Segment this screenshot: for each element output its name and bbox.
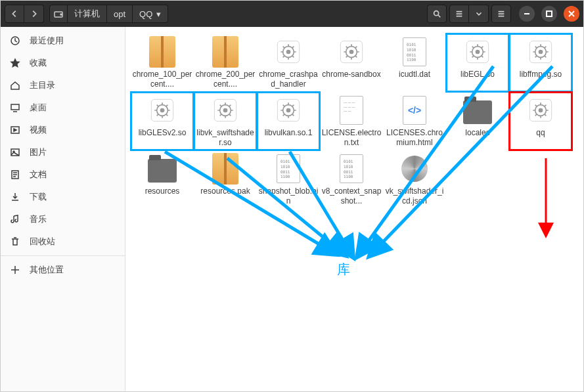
file-label: chrome-sandbox bbox=[322, 70, 380, 79]
file-label: libvk_swiftshader.so bbox=[195, 128, 256, 148]
file-item[interactable]: libEGL.so bbox=[446, 33, 509, 92]
file-item[interactable]: libvulkan.so.1 bbox=[257, 92, 320, 150]
file-item[interactable]: 0101101000111100v8_context_snapshot... bbox=[320, 150, 383, 209]
svg-point-27 bbox=[223, 108, 228, 113]
sidebar-item-doc[interactable]: 文档 bbox=[1, 163, 125, 186]
sidebar-item-label: 最近使用 bbox=[30, 35, 64, 47]
sidebar-item-label: 文档 bbox=[30, 169, 47, 181]
sidebar-item-label: 回收站 bbox=[30, 236, 55, 248]
sidebar-item-trash[interactable]: 回收站 bbox=[1, 230, 125, 253]
breadcrumb-qq-label: QQ bbox=[139, 9, 152, 19]
body: 最近使用收藏主目录桌面视频图片文档下载音乐回收站 其他位置 chrome_100… bbox=[1, 27, 583, 391]
file-label: chrome_crashpad_handler bbox=[258, 70, 319, 89]
sidebar-item-desktop[interactable]: 桌面 bbox=[1, 97, 125, 119]
file-label: libvulkan.so.1 bbox=[265, 128, 313, 138]
sidebar-item-label: 下载 bbox=[30, 191, 47, 203]
file-swirl-icon bbox=[399, 153, 430, 185]
file-label: locales bbox=[465, 128, 489, 138]
file-label: chrome_200_percent.... bbox=[195, 70, 256, 89]
file-gear-icon bbox=[336, 36, 367, 68]
forward-button[interactable] bbox=[24, 5, 44, 23]
view-list-button[interactable] bbox=[449, 5, 469, 23]
disk-icon bbox=[49, 5, 68, 23]
maximize-button[interactable] bbox=[541, 6, 557, 22]
file-label: resources.pak bbox=[200, 186, 250, 196]
file-item[interactable]: libffmpeg.so bbox=[509, 33, 572, 92]
svg-point-15 bbox=[349, 50, 354, 54]
file-item[interactable]: chrome_crashpad_handler bbox=[257, 33, 320, 92]
file-item[interactable]: — — —— — —— —LICENSE.electron.txt bbox=[320, 92, 383, 150]
svg-point-24 bbox=[160, 108, 165, 113]
minimize-button[interactable] bbox=[519, 6, 535, 22]
plus-icon bbox=[10, 265, 20, 275]
file-bin-icon: 0101101000111100 bbox=[399, 36, 430, 68]
file-item[interactable]: 0101101000111100snapshot_blob.bin bbox=[257, 150, 320, 209]
file-item[interactable]: resources bbox=[131, 150, 194, 209]
close-button[interactable] bbox=[564, 6, 579, 22]
search-button[interactable] bbox=[427, 5, 447, 23]
file-item[interactable]: chrome-sandbox bbox=[320, 33, 383, 92]
file-label: LICENSE.electron.txt bbox=[321, 128, 382, 148]
sidebar-item-home[interactable]: 主目录 bbox=[1, 74, 125, 97]
sidebar-item-label: 图片 bbox=[30, 146, 47, 158]
video-icon bbox=[10, 125, 20, 135]
file-gear-icon bbox=[273, 36, 304, 68]
annotation-library-label: 库 bbox=[337, 261, 350, 278]
svg-point-18 bbox=[476, 50, 480, 54]
file-item[interactable]: chrome_100_percent.... bbox=[131, 33, 194, 92]
svg-point-1 bbox=[60, 14, 62, 15]
sidebar-other-locations[interactable]: 其他位置 bbox=[1, 259, 125, 281]
sidebar-item-clock[interactable]: 最近使用 bbox=[1, 30, 125, 52]
file-item[interactable]: 0101101000111100icudtl.dat bbox=[383, 33, 446, 92]
doc-icon bbox=[10, 169, 20, 180]
home-icon bbox=[10, 80, 20, 91]
breadcrumb-root[interactable]: 计算机 bbox=[68, 5, 107, 23]
sidebar: 最近使用收藏主目录桌面视频图片文档下载音乐回收站 其他位置 bbox=[1, 27, 125, 391]
sidebar-item-video[interactable]: 视频 bbox=[1, 119, 125, 141]
file-label: libEGL.so bbox=[460, 70, 495, 79]
sidebar-item-music[interactable]: 音乐 bbox=[1, 208, 125, 230]
svg-point-2 bbox=[434, 11, 439, 16]
breadcrumb-qq[interactable]: QQ▾ bbox=[133, 5, 168, 23]
file-item[interactable]: chrome_200_percent.... bbox=[194, 33, 257, 92]
file-label: LICENSES.chromium.html bbox=[384, 128, 445, 148]
sidebar-item-star[interactable]: 收藏 bbox=[1, 52, 125, 74]
file-label: icudtl.dat bbox=[399, 70, 430, 79]
file-label: resources bbox=[145, 186, 180, 196]
file-manager-window: 计算机 opt QQ▾ 最近使用收藏主目录桌面视频图片文档下载音乐回收站 其他位… bbox=[0, 0, 584, 392]
sidebar-item-label: 桌面 bbox=[30, 102, 47, 114]
file-item[interactable]: </>LICENSES.chromium.html bbox=[383, 92, 446, 150]
file-item[interactable]: vk_swiftshader_icd.json bbox=[383, 150, 446, 209]
file-label: chrome_100_percent.... bbox=[132, 70, 192, 89]
file-gear-icon bbox=[146, 95, 178, 126]
file-pane[interactable]: chrome_100_percent....chrome_200_percent… bbox=[125, 27, 583, 391]
file-gear-icon bbox=[462, 36, 493, 68]
file-gear-icon bbox=[210, 95, 241, 126]
sidebar-item-download[interactable]: 下载 bbox=[1, 186, 125, 208]
file-item[interactable]: libGLESv2.so bbox=[131, 92, 194, 150]
trash-icon bbox=[10, 236, 20, 247]
file-item[interactable]: libvk_swiftshader.so bbox=[194, 92, 257, 150]
file-bin-icon: 0101101000111100 bbox=[336, 153, 367, 185]
file-folder-icon bbox=[462, 95, 493, 126]
view-dropdown-button[interactable] bbox=[469, 5, 489, 23]
file-txt-icon: — — —— — —— — bbox=[336, 95, 367, 126]
svg-rect-5 bbox=[11, 104, 19, 110]
menu-button[interactable] bbox=[491, 5, 511, 23]
file-gear-icon bbox=[525, 95, 556, 126]
nav-group bbox=[5, 5, 44, 23]
file-html-icon: </> bbox=[399, 95, 430, 126]
back-button[interactable] bbox=[5, 5, 24, 23]
sidebar-item-image[interactable]: 图片 bbox=[1, 141, 125, 163]
file-item[interactable]: locales bbox=[446, 92, 509, 150]
file-label: v8_context_snapshot... bbox=[321, 186, 382, 206]
file-item[interactable]: resources.pak bbox=[194, 150, 257, 209]
breadcrumb-opt[interactable]: opt bbox=[107, 5, 133, 23]
titlebar: 计算机 opt QQ▾ bbox=[1, 1, 583, 27]
file-grid: chrome_100_percent....chrome_200_percent… bbox=[131, 33, 578, 209]
svg-rect-3 bbox=[547, 11, 552, 16]
svg-point-33 bbox=[539, 108, 543, 113]
image-icon bbox=[10, 147, 20, 158]
file-item[interactable]: qq bbox=[509, 92, 572, 150]
file-label: vk_swiftshader_icd.json bbox=[384, 186, 445, 206]
